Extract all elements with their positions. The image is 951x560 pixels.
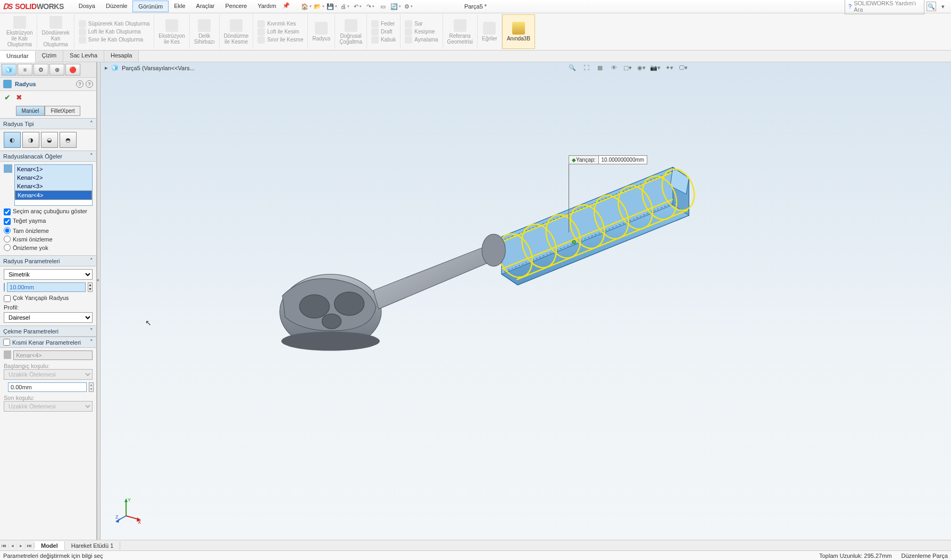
search-dd-button[interactable]: ▾ <box>938 2 948 11</box>
rb-revolve-cut[interactable]: Döndürmeile Kesme <box>220 14 254 49</box>
qa-new-button[interactable]: 🏠 <box>302 2 311 11</box>
pm-tab-feature-tree-icon[interactable]: 🧊 <box>2 64 16 76</box>
qa-options-button[interactable]: ⚙ <box>404 2 413 11</box>
radius-spinner[interactable]: ▲▼ <box>88 282 93 292</box>
ok-button[interactable]: ✔ <box>4 93 11 102</box>
menu-pin-icon[interactable]: 📌 <box>281 1 291 10</box>
radius-callout[interactable]: ◆Yarıçap: 10.000000000mm <box>569 155 647 164</box>
edge-item-4[interactable]: Kenar<4> <box>15 190 92 200</box>
rb-swept-cut[interactable]: Kıvrımlı Kes <box>257 20 296 28</box>
rb-hole-wizard[interactable]: DelikSihirbazı <box>190 14 220 49</box>
help-search-input[interactable]: ? SOLIDWORKS Yardım'ı Ara <box>845 0 924 14</box>
rb-shell[interactable]: Kabuk <box>371 36 396 44</box>
rb-boundary-boss[interactable]: Sınır ile Katı Oluşturma <box>79 36 143 44</box>
rb-wrap[interactable]: Sar <box>405 20 423 28</box>
rb-fillet[interactable]: Radyus <box>308 14 335 49</box>
ftab-hesapla[interactable]: Hesapla <box>104 51 139 62</box>
edge-selection-list[interactable]: Kenar<1> Kenar<2> Kenar<3> Kenar<4> <box>14 164 93 206</box>
menu-duzenle[interactable]: Düzenle <box>101 1 132 12</box>
edge-item-3[interactable]: Kenar<3> <box>15 182 92 190</box>
tab-last-icon[interactable]: ⏭ <box>26 543 34 548</box>
menu-araclar[interactable]: Araçlar <box>191 1 220 12</box>
rad-full-preview[interactable]: Tam önizleme <box>4 227 93 234</box>
radius-input[interactable] <box>7 282 86 292</box>
rb-linear-pattern[interactable]: DoğrusalÇoğaltma <box>335 14 367 49</box>
pm-help-icon[interactable]: ? <box>76 80 84 88</box>
pm-tab-config-icon[interactable]: ⚙ <box>34 64 48 76</box>
part-model[interactable] <box>101 62 951 540</box>
rb-mirror[interactable]: Aynalama <box>405 36 438 44</box>
rb-rib[interactable]: Feder <box>371 20 395 28</box>
qa-undo-button[interactable]: ↶ <box>353 2 362 11</box>
rb-loft-cut[interactable]: Loft ile Kesim <box>257 28 299 36</box>
fillet-type-face[interactable]: ◒ <box>41 132 58 148</box>
rb-sweep-boss[interactable]: Süpürerek Katı Oluşturma <box>79 20 150 28</box>
panel-splitter[interactable] <box>97 62 101 540</box>
callout-label: ◆Yarıçap: <box>569 156 599 164</box>
tab-next-icon[interactable]: ▸ <box>17 543 26 548</box>
sec-params[interactable]: Radyus Parametreleri˄ <box>0 255 96 266</box>
partial-edge-input[interactable] <box>13 350 93 360</box>
rb-intersect[interactable]: Kesişme <box>405 28 435 36</box>
pm-tab-property-icon[interactable]: ≡ <box>18 64 32 76</box>
edge-item-2[interactable]: Kenar<2> <box>15 173 92 182</box>
qa-save-button[interactable]: 💾 <box>327 2 337 11</box>
qa-rebuild-button[interactable]: 🔄 <box>391 2 401 11</box>
start-cond-select[interactable]: Uzaklık Ötelemesi <box>4 369 93 380</box>
rb-extrude-boss[interactable]: Ekstrüzyonile KatıOluşturma <box>2 14 37 49</box>
status-edit-mode: Düzenleme Parça <box>902 553 948 559</box>
start-offset-input[interactable] <box>8 382 87 392</box>
rb-ref-geom[interactable]: ReferansGeometrisi <box>443 14 478 49</box>
fillet-type-full[interactable]: ◓ <box>60 132 77 148</box>
rad-partial-preview[interactable]: Kısmi önizleme <box>4 236 93 243</box>
tab-prev-icon[interactable]: ◂ <box>9 543 17 548</box>
rb-curves[interactable]: Eğriler <box>478 14 502 49</box>
search-go-button[interactable]: 🔍 <box>927 2 936 11</box>
rb-revolve-boss[interactable]: DöndürerekKatıOluşturma <box>37 14 74 49</box>
fillet-type-variable[interactable]: ◑ <box>22 132 39 148</box>
pm-tab-appearance-icon[interactable]: 🔴 <box>65 64 80 76</box>
sec-fillet-type[interactable]: Radyus Tipi˄ <box>0 118 96 129</box>
chk-selection-toolbar[interactable]: Seçim araç çubuğunu göster <box>4 208 93 215</box>
qa-print-button[interactable]: 🖨 <box>340 2 349 11</box>
qa-select-button[interactable]: ▭ <box>378 2 388 11</box>
3d-viewport[interactable]: ▸ 🧊 Parça5 (Varsayılan<<Vars... 🔍 ⛶ ▦ 👁 … <box>101 62 951 540</box>
rb-instant3d[interactable]: Anında3B <box>502 14 535 49</box>
menu-dosya[interactable]: Dosya <box>73 1 101 12</box>
rb-extrude-cut[interactable]: Ekstrüzyonile Kes <box>154 14 189 49</box>
view-triad[interactable]: Y X Z <box>115 497 142 524</box>
sec-setback[interactable]: Çekme Parametreleri˅ <box>0 325 96 337</box>
pm-tab-dimxpert-icon[interactable]: ⊕ <box>49 64 64 76</box>
menu-pencere[interactable]: Pencere <box>220 1 252 12</box>
tab-motion-study[interactable]: Hareket Etüdü 1 <box>65 541 121 550</box>
end-cond-select[interactable]: Uzaklık Ötelemesi <box>4 401 93 412</box>
profile-select[interactable]: Dairesel <box>4 312 93 323</box>
ftab-unsurlar[interactable]: Unsurlar <box>0 51 36 62</box>
tab-model[interactable]: Model <box>35 541 65 550</box>
ftab-saclevha[interactable]: Sac Levha <box>63 51 104 62</box>
tab-first-icon[interactable]: ⏮ <box>0 543 9 548</box>
menu-yardim[interactable]: Yardım <box>252 1 281 12</box>
rad-no-preview[interactable]: Önizleme yok <box>4 244 93 251</box>
start-offset-spinner[interactable]: ▲▼ <box>89 382 94 392</box>
rb-loft-boss[interactable]: Loft ile Katı Oluşturma <box>79 28 141 36</box>
symmetry-select[interactable]: Simetrik <box>4 269 93 280</box>
edge-item-1[interactable]: Kenar<1> <box>15 165 92 173</box>
menu-gorunum[interactable]: Görünüm <box>132 1 169 12</box>
qa-open-button[interactable]: 📂 <box>314 2 324 11</box>
rb-boundary-cut[interactable]: Sınır ile Kesme <box>257 36 303 44</box>
sec-items[interactable]: Radyuslanacak Öğeler˄ <box>0 151 96 162</box>
tab-filletxpert[interactable]: FilletXpert <box>45 106 80 116</box>
sec-partial-edge[interactable]: Kısmi Kenar Parametreleri˄ <box>0 337 96 348</box>
chk-multiradius[interactable]: Çok Yarıçaplı Radyus <box>4 295 93 302</box>
cancel-button[interactable]: ✖ <box>16 93 22 102</box>
qa-redo-button[interactable]: ↷ <box>365 2 375 11</box>
callout-value[interactable]: 10.000000000mm <box>599 156 647 164</box>
tab-manuel[interactable]: Manüel <box>16 106 45 116</box>
chk-tangent-prop[interactable]: Teğet yayma <box>4 218 93 225</box>
rb-draft[interactable]: Draft <box>371 28 393 36</box>
pm-pin-icon[interactable]: ? <box>86 80 93 88</box>
menu-ekle[interactable]: Ekle <box>169 1 190 12</box>
fillet-type-constant[interactable]: ◐ <box>4 132 21 148</box>
ftab-cizim[interactable]: Çizim <box>36 51 64 62</box>
